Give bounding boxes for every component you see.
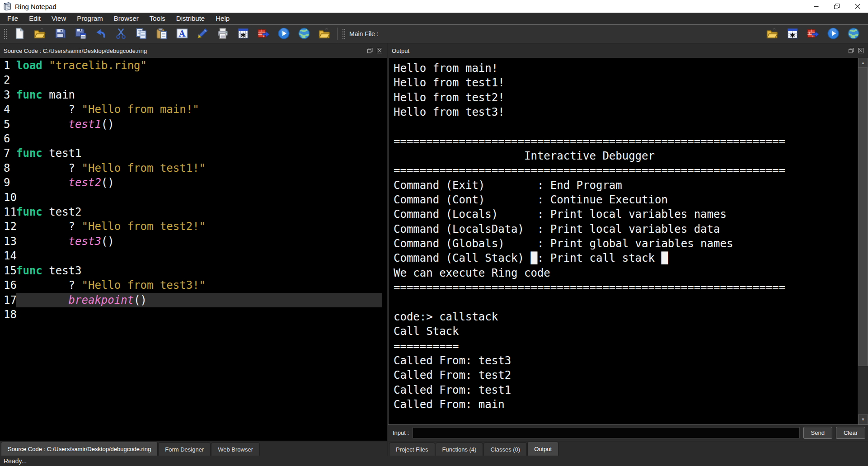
output-line: Command (Globals) : Print global variabl… xyxy=(394,236,858,251)
toolbar-run-gui-button[interactable] xyxy=(843,25,863,42)
code-line[interactable]: 9 test2() xyxy=(0,175,387,190)
toolbar-format-button[interactable] xyxy=(192,25,212,42)
send-button[interactable]: Send xyxy=(803,427,832,439)
code-line[interactable]: 5 test1() xyxy=(0,117,387,132)
editor-tab-form-designer[interactable]: Form Designer xyxy=(158,442,211,456)
close-button[interactable] xyxy=(847,0,868,13)
line-number: 17 xyxy=(0,293,16,307)
toolbar-save-as-button[interactable] xyxy=(70,25,90,42)
output-line: Called From: test3 xyxy=(394,353,858,368)
toolbar-debug-button[interactable] xyxy=(782,25,802,42)
line-number: 7 xyxy=(0,146,16,160)
toolbar-save-button[interactable] xyxy=(50,25,70,42)
source-panel-header: Source Code : C:/Users/samir/Desktop/deb… xyxy=(0,43,387,58)
output-line: Hello from main! xyxy=(394,61,858,75)
scroll-up-icon[interactable]: ▲ xyxy=(858,58,868,68)
line-number: 13 xyxy=(0,234,16,249)
code-line[interactable]: 13 test3() xyxy=(0,234,387,249)
toolbar-debug-button[interactable] xyxy=(233,25,253,42)
code-text: ? "Hello from test2!" xyxy=(16,219,382,234)
menu-view[interactable]: View xyxy=(46,13,71,24)
toolbar-copy-button[interactable] xyxy=(131,25,151,42)
toolbar-right-group xyxy=(762,25,863,42)
code-line[interactable]: 14 xyxy=(0,249,387,263)
code-line[interactable]: 4 ? "Hello from main!" xyxy=(0,102,387,117)
toolbar-open-folder-button[interactable] xyxy=(762,25,782,42)
code-line[interactable]: 2 xyxy=(0,73,387,87)
code-line[interactable]: 11func test2 xyxy=(0,205,387,219)
output-panel-header: Output xyxy=(388,43,868,58)
float-panel-icon[interactable] xyxy=(366,47,374,54)
code-line[interactable]: 12 ? "Hello from test2!" xyxy=(0,219,387,234)
source-panel-dock-controls xyxy=(366,47,383,54)
toolbar-undo-button[interactable] xyxy=(90,25,111,42)
copy-icon xyxy=(136,28,147,41)
toolbar-open-folder-button[interactable] xyxy=(314,25,334,42)
scrollbar-track[interactable] xyxy=(858,68,868,414)
toolbar-run-button[interactable] xyxy=(273,25,294,42)
menu-browser[interactable]: Browser xyxy=(108,13,144,24)
toolbar-print-button[interactable] xyxy=(212,25,233,42)
code-line[interactable]: 8 ? "Hello from test1!" xyxy=(0,161,387,175)
output-tab-classes-0[interactable]: Classes (0) xyxy=(483,442,527,456)
scroll-down-icon[interactable]: ▼ xyxy=(858,414,868,424)
menu-file[interactable]: File xyxy=(2,13,23,24)
run-icon xyxy=(827,28,839,41)
menu-distribute[interactable]: Distribute xyxy=(171,13,210,24)
editor-tab-source-code-c-users-samir-desktop-debugcode-ring[interactable]: Source Code : C:/Users/samir/Desktop/deb… xyxy=(1,442,158,456)
open-folder-icon xyxy=(319,28,330,41)
code-text: test2() xyxy=(16,175,382,190)
scrollbar-thumb[interactable] xyxy=(859,68,868,366)
code-line[interactable]: 15func test3 xyxy=(0,264,387,278)
toolbar-breakpoint-button[interactable] xyxy=(802,25,823,42)
code-line[interactable]: 6 xyxy=(0,132,387,146)
output-tab-functions-4[interactable]: Functions (4) xyxy=(436,442,483,456)
code-line[interactable]: 3func main xyxy=(0,88,387,102)
code-line[interactable]: 7func test1 xyxy=(0,146,387,160)
save-as-icon xyxy=(75,28,86,41)
code-line[interactable]: 18 xyxy=(0,307,387,322)
toolbar-new-file-button[interactable] xyxy=(9,25,29,42)
toolbar-run-gui-button[interactable] xyxy=(294,25,314,42)
code-text xyxy=(16,307,382,322)
toolbar-left-group: A xyxy=(9,25,334,42)
toolbar-open-file-button[interactable] xyxy=(29,25,50,42)
toolbar-grip-handle[interactable] xyxy=(4,28,7,39)
close-panel-icon[interactable] xyxy=(857,47,864,54)
code-text: load "tracelib.ring" xyxy=(16,58,382,73)
toolbar-cut-button[interactable] xyxy=(111,25,131,42)
code-line-active[interactable]: 17 breakpoint() xyxy=(0,293,387,307)
clear-button[interactable]: Clear xyxy=(836,427,865,439)
minimize-button[interactable] xyxy=(806,0,826,13)
output-console: Hello from main!Hello from test1!Hello f… xyxy=(389,58,858,424)
code-line[interactable]: 10 xyxy=(0,190,387,205)
menu-help[interactable]: Help xyxy=(210,13,235,24)
code-editor[interactable]: 1load "tracelib.ring"23func main4 ? "Hel… xyxy=(0,58,387,441)
font-icon: A xyxy=(176,28,188,41)
menu-edit[interactable]: Edit xyxy=(23,13,46,24)
toolbar-paste-button[interactable] xyxy=(151,25,172,42)
output-tab-project-files[interactable]: Project Files xyxy=(389,442,435,456)
menu-program[interactable]: Program xyxy=(71,13,108,24)
debug-icon xyxy=(787,28,798,41)
restore-button[interactable] xyxy=(826,0,847,13)
float-panel-icon[interactable] xyxy=(848,47,855,54)
line-number: 5 xyxy=(0,117,16,132)
output-line xyxy=(394,119,858,134)
code-line[interactable]: 1load "tracelib.ring" xyxy=(0,58,387,73)
main-file-grip-handle[interactable] xyxy=(342,28,346,39)
toolbar-run-button[interactable] xyxy=(823,25,843,42)
menu-tools[interactable]: Tools xyxy=(144,13,171,24)
debugger-input-field[interactable] xyxy=(413,427,799,438)
debug-icon xyxy=(237,28,249,41)
code-line[interactable]: 16 ? "Hello from test3!" xyxy=(0,278,387,292)
toolbar-breakpoint-button[interactable] xyxy=(253,25,273,42)
vertical-scrollbar[interactable]: ▲ ▼ xyxy=(858,58,868,424)
editor-tab-web-browser[interactable]: Web Browser xyxy=(211,442,260,456)
output-tab-output[interactable]: Output xyxy=(527,442,558,456)
toolbar-font-button[interactable]: A xyxy=(172,25,192,42)
paste-icon xyxy=(156,28,168,41)
close-panel-icon[interactable] xyxy=(376,47,383,54)
output-view-tabs: Project FilesFunctions (4)Classes (0)Out… xyxy=(388,441,868,456)
editor-mode-tabs: Source Code : C:/Users/samir/Desktop/deb… xyxy=(0,441,387,456)
